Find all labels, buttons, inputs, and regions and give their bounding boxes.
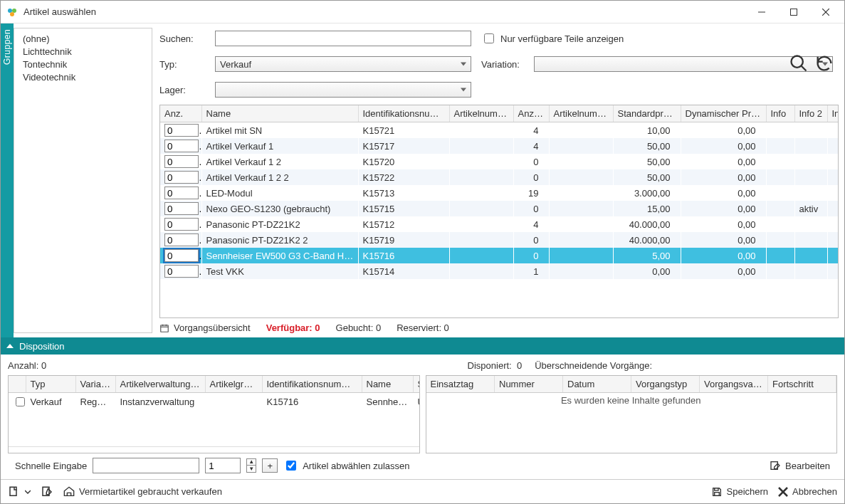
table-row[interactable]: Test VKKK1571410,000,00 <box>160 263 839 279</box>
anz-input[interactable] <box>164 187 199 199</box>
column-header[interactable]: Einsatztag <box>426 376 495 393</box>
cell: 0 <box>513 169 549 185</box>
cell <box>794 169 827 185</box>
column-header[interactable]: Dynamischer Preis 1 <box>681 105 766 122</box>
disposition-header[interactable]: Disposition <box>1 337 844 355</box>
table-row[interactable]: Sennheiser EW500 G3 C-Band HandsenK15716… <box>160 248 839 263</box>
allow-deselect-checkbox[interactable]: Artikel abwählen zulassen <box>283 458 409 473</box>
column-header[interactable]: Datum <box>563 376 631 393</box>
dispo-left-grid[interactable]: TypVariationArtikelverwaltungsartArtikel… <box>8 375 420 453</box>
stepper-down[interactable]: ▼ <box>247 466 256 472</box>
table-row[interactable]: Panasonic PT-DZ21K2K15712440.000,000,00 <box>160 216 839 232</box>
column-header[interactable]: Info <box>766 105 794 122</box>
cell: Sennheiser <box>362 393 413 411</box>
variation-dropdown[interactable] <box>534 56 833 72</box>
cell: Test VKK <box>201 263 358 279</box>
column-header[interactable]: Info 2 <box>794 105 827 122</box>
column-header[interactable]: Vorgangsvariation <box>700 376 768 393</box>
cell: 40.000,00 <box>613 232 681 248</box>
column-header[interactable]: Name <box>201 105 358 122</box>
maximize-button[interactable] <box>777 1 809 23</box>
anz-input[interactable] <box>164 218 199 231</box>
edit-button[interactable]: Bearbeiten <box>770 460 830 471</box>
anz-input[interactable] <box>164 171 199 184</box>
type-dropdown[interactable]: Verkauf <box>215 56 471 72</box>
column-header[interactable]: Artikelnummer <box>549 105 613 122</box>
qty-stepper[interactable]: ▲▼ <box>246 458 256 473</box>
close-button[interactable] <box>809 1 841 23</box>
group-item[interactable]: (ohne) <box>23 33 143 46</box>
cancel-button[interactable]: Abbrechen <box>778 486 837 497</box>
table-row[interactable]: Artikel Verkauf 1 2K15720050,000,00 <box>160 154 839 169</box>
stock-dropdown[interactable] <box>215 82 471 98</box>
table-row[interactable]: Nexo GEO-S1230 (gebraucht)K15715015,000,… <box>160 201 839 216</box>
column-header[interactable]: Anzahl <box>513 105 549 122</box>
column-header[interactable]: Typ <box>26 376 75 393</box>
anz-input[interactable] <box>164 233 199 246</box>
disponiert-label: Disponiert: <box>468 360 512 371</box>
column-header[interactable]: Identifikationsnummer <box>262 376 362 393</box>
only-available-checkbox-input[interactable] <box>484 33 494 43</box>
article-table[interactable]: Anz.NameIdentifikationsnummerArtikelnumm… <box>159 105 839 318</box>
cell <box>449 169 513 185</box>
group-item[interactable]: Lichttechnik <box>23 46 143 58</box>
column-header[interactable]: Artikelverwaltungsart <box>115 376 205 393</box>
table-row[interactable]: LED-ModulK15713193.000,000,00 <box>160 185 839 201</box>
cell: 0,00 <box>681 232 766 248</box>
cell <box>827 185 839 201</box>
cell <box>766 216 794 232</box>
horizontal-scrollbar[interactable] <box>9 446 419 453</box>
dispo-right-grid[interactable]: EinsatztagNummerDatumVorgangstypVorgangs… <box>426 375 838 453</box>
cell <box>449 185 513 201</box>
column-header[interactable]: Identifikationsnummer <box>358 105 449 122</box>
column-header[interactable]: Nummer <box>495 376 563 393</box>
column-header[interactable]: Name <box>362 376 413 393</box>
column-header[interactable]: Vorgangstyp <box>631 376 700 393</box>
anz-input[interactable] <box>164 249 199 262</box>
anz-input[interactable] <box>164 155 199 168</box>
minimize-button[interactable] <box>745 1 777 23</box>
group-item[interactable]: Videotechnik <box>23 71 143 84</box>
column-header[interactable]: Standardpreis 1 <box>613 105 681 122</box>
table-row[interactable]: Artikel Verkauf 1 2 2K15722050,000,00 <box>160 169 839 185</box>
allow-deselect-input[interactable] <box>286 461 296 471</box>
column-header[interactable]: Fortschritt <box>768 376 836 393</box>
table-row[interactable]: Panasonic PT-DZ21K2 2K15719040.000,000,0… <box>160 232 839 248</box>
cell: K15716 <box>358 248 449 263</box>
column-header[interactable]: Variation <box>75 376 115 393</box>
group-item[interactable]: Tontechnik <box>23 58 143 71</box>
column-header[interactable] <box>9 376 26 393</box>
column-header[interactable]: Artikelgruppe <box>205 376 262 393</box>
edit-document-button[interactable] <box>41 485 53 498</box>
anz-input[interactable] <box>164 140 199 152</box>
new-document-button[interactable] <box>8 485 31 498</box>
table-row[interactable]: Artikel Verkauf 1K15717450,000,00 <box>160 138 839 154</box>
reset-icon[interactable] <box>814 53 834 73</box>
search-icon[interactable] <box>789 53 809 73</box>
stepper-up[interactable]: ▲ <box>247 459 256 466</box>
cell <box>449 248 513 263</box>
group-list[interactable]: (ohne) Lichttechnik Tontechnik Videotech… <box>14 28 152 333</box>
table-row[interactable]: Artikel mit SNK15721410,000,00 <box>160 122 839 139</box>
overview-label[interactable]: Vorgangsübersicht <box>174 322 251 333</box>
add-button[interactable]: + <box>262 458 278 473</box>
row-checkbox[interactable] <box>16 397 25 406</box>
sell-used-button[interactable]: Vermietartikel gebraucht verkaufen <box>63 486 222 498</box>
svg-rect-4 <box>790 9 797 15</box>
save-button[interactable]: Speichern <box>711 486 769 498</box>
column-header[interactable]: Se <box>413 376 420 393</box>
column-header[interactable]: Anz. <box>160 105 201 122</box>
anz-input[interactable] <box>164 265 199 278</box>
quick-code-input[interactable] <box>93 458 199 473</box>
column-header[interactable]: Artikelnummer <box>449 105 513 122</box>
quick-qty-input[interactable] <box>205 458 241 473</box>
cell <box>549 201 613 216</box>
anz-input[interactable] <box>164 124 199 137</box>
anz-input[interactable] <box>164 202 199 215</box>
search-input[interactable] <box>215 31 471 46</box>
cell <box>827 169 839 185</box>
cell <box>549 232 613 248</box>
column-header[interactable]: Info 3 <box>827 105 839 122</box>
only-available-checkbox[interactable]: Nur verfügbare Teile anzeigen <box>481 31 624 46</box>
groups-tab[interactable]: Gruppen <box>1 23 14 337</box>
